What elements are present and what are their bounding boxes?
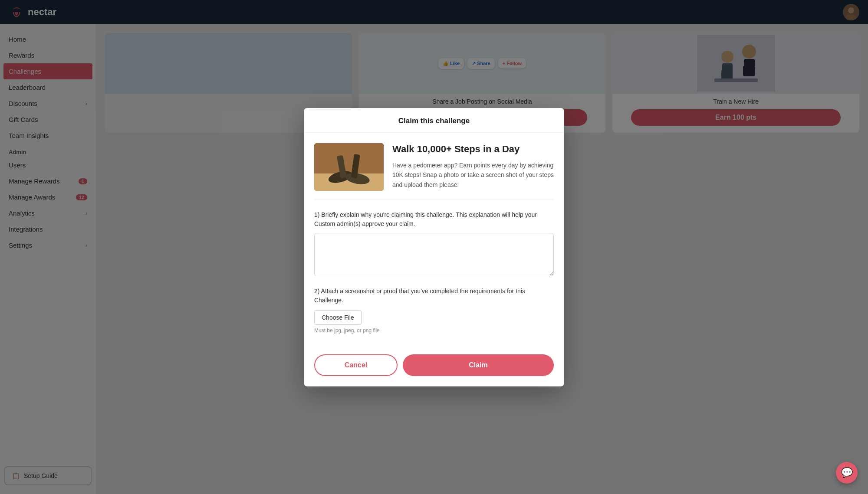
modal-overlay: Claim this challenge: [0, 0, 868, 494]
chat-icon: 💬: [841, 467, 853, 478]
claim-button[interactable]: Claim: [403, 354, 554, 376]
walking-image-svg: [314, 143, 384, 191]
challenge-text: Walk 10,000+ Steps in a Day Have a pedom…: [392, 143, 554, 191]
modal-body: Walk 10,000+ Steps in a Day Have a pedom…: [304, 133, 564, 354]
challenge-image: [314, 143, 384, 191]
explanation-label: 1) Briefly explain why you're claiming t…: [314, 210, 554, 229]
attach-section: 2) Attach a screenshot or proof that you…: [314, 287, 554, 334]
cancel-button[interactable]: Cancel: [314, 354, 398, 376]
chat-widget-button[interactable]: 💬: [836, 462, 858, 484]
challenge-image-inner: [314, 143, 384, 191]
claim-modal: Claim this challenge: [304, 108, 564, 386]
modal-header: Claim this challenge: [304, 108, 564, 133]
challenge-info: Walk 10,000+ Steps in a Day Have a pedom…: [314, 143, 554, 200]
challenge-title: Walk 10,000+ Steps in a Day: [392, 143, 554, 156]
challenge-description: Have a pedometer app? Earn points every …: [392, 160, 554, 190]
modal-footer: Cancel Claim: [304, 354, 564, 386]
attach-label: 2) Attach a screenshot or proof that you…: [314, 287, 554, 305]
modal-title: Claim this challenge: [314, 117, 554, 125]
choose-file-button[interactable]: Choose File: [314, 310, 362, 325]
file-hint: Must be jpg, jpeg, or png file: [314, 327, 554, 334]
explanation-textarea[interactable]: [314, 233, 554, 276]
svg-rect-19: [314, 143, 384, 191]
explanation-section: 1) Briefly explain why you're claiming t…: [314, 210, 554, 278]
